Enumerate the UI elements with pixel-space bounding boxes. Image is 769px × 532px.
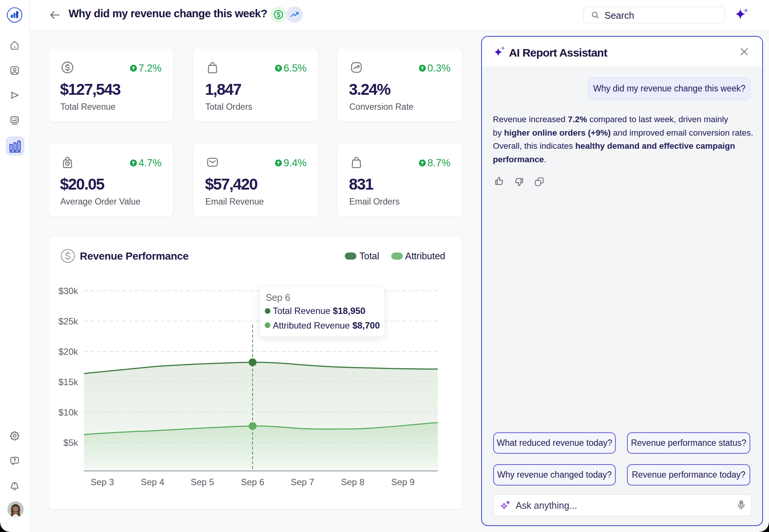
svg-text:Sep 7: Sep 7 xyxy=(291,477,314,487)
svg-text:$20k: $20k xyxy=(58,347,78,357)
svg-text:$5k: $5k xyxy=(63,438,78,448)
svg-text:Sep 6: Sep 6 xyxy=(241,477,265,487)
svg-text:Sep 8: Sep 8 xyxy=(341,477,365,487)
svg-text:$10k: $10k xyxy=(58,407,78,417)
svg-text:Sep 3: Sep 3 xyxy=(91,477,114,487)
svg-text:Total: Total xyxy=(359,251,379,261)
svg-text:Sep 4: Sep 4 xyxy=(141,477,165,487)
svg-text:Attributed Revenue $8,700: Attributed Revenue $8,700 xyxy=(273,320,380,330)
svg-text:Sep 9: Sep 9 xyxy=(391,477,415,487)
svg-text:Attributed: Attributed xyxy=(405,251,445,261)
svg-text:$15k: $15k xyxy=(58,377,78,387)
svg-text:Sep 6: Sep 6 xyxy=(266,292,290,303)
svg-text:Total Revenue $18,950: Total Revenue $18,950 xyxy=(273,306,365,316)
svg-text:$30k: $30k xyxy=(58,286,78,296)
svg-text:Sep 5: Sep 5 xyxy=(191,477,214,487)
svg-text:$25k: $25k xyxy=(58,316,78,326)
svg-text:Revenue Performance: Revenue Performance xyxy=(80,250,189,262)
